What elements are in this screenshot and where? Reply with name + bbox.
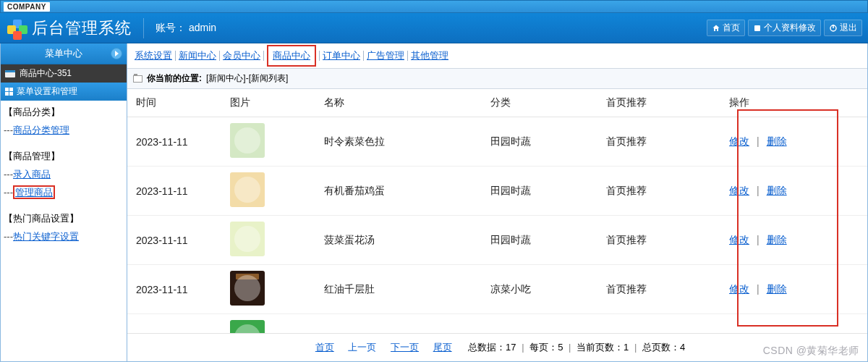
delete-link[interactable]: 删除 [767, 332, 787, 334]
sidebar-crumb: 商品中心-351 [1, 64, 127, 83]
col-ops: 操作 [720, 89, 867, 117]
logout-button[interactable]: 退出 [824, 20, 862, 36]
cell-image [221, 265, 315, 314]
cell-time: 2023-11-11 [127, 314, 221, 334]
watermark: CSDN @黄菊华老师 [763, 345, 859, 358]
sidebar-group-title: 【商品分类】 [4, 104, 124, 122]
cell-name: 有机番茄鸡蛋 [315, 167, 482, 216]
col-time: 时间 [127, 89, 221, 117]
top-nav-link[interactable]: 订单中心 [323, 49, 360, 62]
pager-prev[interactable]: 上一页 [348, 342, 376, 353]
top-nav-link[interactable]: 新闻中心 [179, 49, 216, 62]
header: 后台管理系统 账号： admin 首页 个人资料修改 退出 [0, 13, 868, 43]
table-row: 2023-11-11菠菜蛋花汤田园时蔬首页推荐修改|删除 [127, 216, 867, 265]
top-nav-link[interactable]: 会员中心 [223, 49, 260, 62]
table-row: 2023-11-11有机番茄鸡蛋田园时蔬首页推荐修改|删除 [127, 167, 867, 216]
profile-icon [753, 24, 762, 33]
power-icon [829, 24, 838, 33]
data-table: 时间 图片 名称 分类 首页推荐 操作 2023-11-11时令素菜色拉田园时蔬… [127, 89, 867, 333]
sidebar-link[interactable]: 录入商品 [13, 169, 51, 180]
cell-category: 田园时蔬 [482, 117, 597, 167]
sidebar-link[interactable]: 商品分类管理 [13, 125, 69, 135]
cell-category: 凉菜小吃 [482, 265, 597, 314]
cell-name: 时令素菜色拉 [315, 117, 482, 167]
pager-curcount-label: 当前页数： [576, 342, 624, 353]
pager-per-value: 5 [558, 342, 563, 353]
cell-name: 菠菜蛋花汤 [315, 216, 482, 265]
delete-link[interactable]: 删除 [767, 135, 787, 147]
top-nav-link[interactable]: 其他管理 [411, 49, 448, 62]
cell-name: 凉拌海带丝 [315, 314, 482, 334]
cell-recommend: 首页推荐 [597, 117, 720, 167]
pager-curcount-value: 1 [624, 342, 629, 353]
top-nav-link[interactable]: 广告管理 [367, 49, 404, 62]
svg-rect-0 [754, 25, 760, 31]
pager-pages-label: 总页数： [642, 342, 680, 353]
cell-category: 凉菜小吃 [482, 314, 597, 334]
location-label: 你当前的位置: [147, 72, 202, 85]
delete-link[interactable]: 删除 [767, 234, 787, 245]
table-row: 2023-11-11时令素菜色拉田园时蔬首页推荐修改|删除 [127, 117, 867, 167]
thumbnail [230, 123, 265, 158]
app-title: 后台管理系统 [32, 17, 132, 39]
pager: 首页 上一页 下一页 尾页 总数据：17 | 每页：5 | 当前页数：1 | 总… [127, 333, 867, 361]
delete-link[interactable]: 删除 [767, 185, 787, 196]
top-nav: 系统设置新闻中心会员中心商品中心订单中心广告管理其他管理 [127, 43, 867, 69]
cell-recommend: 首页推荐 [597, 314, 720, 334]
pager-pages-value: 4 [680, 342, 685, 353]
edit-link[interactable]: 修改 [729, 332, 749, 334]
sidebar-link[interactable]: 热门关键字设置 [13, 231, 79, 242]
window-icon [5, 70, 15, 77]
col-category: 分类 [482, 89, 597, 117]
company-tag: COMPANY [4, 2, 50, 12]
pager-next[interactable]: 下一页 [391, 342, 419, 353]
cell-image [221, 117, 315, 167]
cell-recommend: 首页推荐 [597, 216, 720, 265]
sidebar-highlight: 管理商品 [13, 185, 55, 199]
sidebar-header: 菜单中心 [1, 43, 127, 64]
nav-highlight: 商品中心 [267, 45, 316, 67]
top-nav-link[interactable]: 系统设置 [135, 49, 172, 62]
sidebar-group-title: 【热门商品设置】 [4, 210, 124, 228]
cell-category: 田园时蔬 [482, 167, 597, 216]
main: 系统设置新闻中心会员中心商品中心订单中心广告管理其他管理 你当前的位置: [新闻… [127, 43, 867, 361]
table-wrap: 时间 图片 名称 分类 首页推荐 操作 2023-11-11时令素菜色拉田园时蔬… [127, 89, 867, 333]
account-info: 账号： admin [156, 22, 216, 35]
home-button[interactable]: 首页 [707, 20, 745, 36]
thumbnail [230, 271, 265, 306]
delete-link[interactable]: 删除 [767, 283, 787, 295]
edit-link[interactable]: 修改 [729, 135, 749, 147]
cell-time: 2023-11-11 [127, 167, 221, 216]
cell-image [221, 167, 315, 216]
pager-total-value: 17 [506, 342, 516, 353]
cell-ops: 修改|删除 [720, 265, 867, 314]
col-recommend: 首页推荐 [597, 89, 720, 117]
sidebar-link[interactable]: 管理商品 [15, 187, 53, 198]
cell-image [221, 314, 315, 334]
edit-link[interactable]: 修改 [729, 185, 749, 196]
sidebar-group-title: 【商品管理】 [4, 148, 124, 166]
cell-ops: 修改|删除 [720, 216, 867, 265]
top-nav-link[interactable]: 商品中心 [273, 50, 310, 61]
pager-last[interactable]: 尾页 [433, 342, 452, 353]
thumbnail [230, 320, 265, 333]
cell-time: 2023-11-11 [127, 265, 221, 314]
thumbnail [230, 172, 265, 207]
profile-edit-button[interactable]: 个人资料修改 [748, 20, 821, 36]
col-name: 名称 [315, 89, 482, 117]
expand-arrow-icon[interactable] [111, 48, 122, 59]
account-label: 账号： [156, 22, 186, 33]
cell-ops: 修改|删除 [720, 314, 867, 334]
edit-link[interactable]: 修改 [729, 283, 749, 295]
sidebar: 菜单中心 商品中心-351 菜单设置和管理 【商品分类】---商品分类管理【商品… [1, 43, 127, 361]
app-window: COMPANY 后台管理系统 账号： admin 首页 个人资料修改 退出 [0, 0, 868, 362]
cell-recommend: 首页推荐 [597, 265, 720, 314]
cell-ops: 修改|删除 [720, 167, 867, 216]
cell-image [221, 216, 315, 265]
edit-link[interactable]: 修改 [729, 234, 749, 245]
cell-time: 2023-11-11 [127, 216, 221, 265]
divider [143, 18, 144, 38]
titlebar: COMPANY [0, 0, 868, 13]
pager-first[interactable]: 首页 [315, 342, 334, 353]
cell-time: 2023-11-11 [127, 117, 221, 167]
